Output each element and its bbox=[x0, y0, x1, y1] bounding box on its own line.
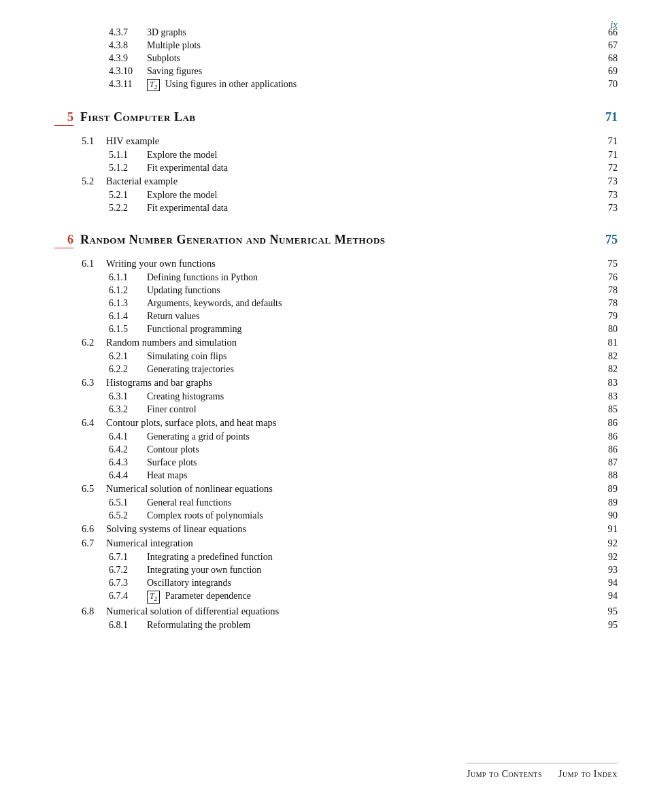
subsection-title: Generating a grid of points bbox=[147, 431, 601, 442]
subsection-entry-6-4-1: 6.4.1Generating a grid of points86 bbox=[54, 431, 618, 442]
section-entry-6-2: 6.2Random numbers and simulation81 bbox=[54, 337, 618, 348]
subsection-entry-6-3-1: 6.3.1Creating histograms83 bbox=[54, 391, 618, 402]
subsection-page: 78 bbox=[608, 285, 618, 296]
subsection-number: 6.1.1 bbox=[109, 272, 147, 283]
subsection-title: Generating trajectories bbox=[147, 364, 601, 375]
section-title: Solving systems of linear equations bbox=[106, 523, 601, 535]
subsection-title: Surface plots bbox=[147, 457, 601, 468]
subsection-title: Updating functions bbox=[147, 285, 601, 296]
section-title: Contour plots, surface plots, and heat m… bbox=[106, 417, 601, 429]
subsection-page: 90 bbox=[608, 510, 618, 521]
subsection-entry-6-4-4: 6.4.4Heat maps88 bbox=[54, 470, 618, 481]
section-entry-6-3: 6.3Histograms and bar graphs83 bbox=[54, 377, 618, 389]
jump-to-contents-link[interactable]: Jump to Contents bbox=[467, 769, 542, 780]
subsection-page: 85 bbox=[608, 404, 618, 415]
subsection-page: 94 bbox=[608, 578, 618, 589]
section-number: 6.5 bbox=[82, 483, 106, 495]
section-number: 6.6 bbox=[82, 523, 106, 535]
chapter-entry: 6Random Number Generation and Numerical … bbox=[54, 233, 618, 248]
section-page: 83 bbox=[608, 377, 618, 389]
section-number: 6.1 bbox=[82, 258, 106, 269]
section-page: 67 bbox=[608, 40, 618, 51]
page-number: ix bbox=[610, 19, 618, 31]
subsection-number: 5.2.2 bbox=[109, 203, 147, 214]
section-entry-6-6: 6.6Solving systems of linear equations91 bbox=[54, 523, 618, 535]
subsection-page: 94 bbox=[608, 591, 618, 602]
subsection-entry-6-1-1: 6.1.1Defining functions in Python76 bbox=[54, 272, 618, 283]
chapter-page: 75 bbox=[605, 233, 618, 247]
subsection-title: Fit experimental data bbox=[147, 203, 601, 214]
subsection-entry-6-5-1: 6.5.1General real functions89 bbox=[54, 497, 618, 508]
section-entry-5-1: 5.1HIV example71 bbox=[54, 135, 618, 147]
subsection-entry-6-4-2: 6.4.2Contour plots86 bbox=[54, 444, 618, 455]
section-title: 3D graphs bbox=[147, 27, 601, 38]
subsection-title: Explore the model bbox=[147, 150, 601, 161]
subsection-number: 5.1.1 bbox=[109, 150, 147, 161]
subsection-entry-6-7-3: 6.7.3Oscillatory integrands94 bbox=[54, 578, 618, 589]
section-number: 4.3.7 bbox=[109, 27, 147, 38]
subsection-entry-5-2-1: 5.2.1Explore the model73 bbox=[54, 190, 618, 201]
subsection-title: Complex roots of polynomials bbox=[147, 510, 601, 521]
subsection-entry-6-4-3: 6.4.3Surface plots87 bbox=[54, 457, 618, 468]
subsection-entry-6-2-2: 6.2.2Generating trajectories82 bbox=[54, 364, 618, 375]
subsection-entry-6-1-3: 6.1.3Arguments, keywords, and defaults78 bbox=[54, 298, 618, 309]
section-entry-6-8: 6.8Numerical solution of differential eq… bbox=[54, 606, 618, 617]
subsection-title: Explore the model bbox=[147, 190, 601, 201]
subsection-title: T2 Parameter dependence bbox=[147, 591, 601, 603]
section-title: Subplots bbox=[147, 53, 601, 64]
t2-badge-icon: T2 bbox=[147, 79, 160, 91]
toc-entry-4-3-7: 4.3.73D graphs66 bbox=[54, 27, 618, 38]
subsection-page: 82 bbox=[608, 351, 618, 362]
section-entry-6-7: 6.7Numerical integration92 bbox=[54, 538, 618, 549]
subsection-number: 6.4.4 bbox=[109, 470, 147, 481]
subsection-page: 92 bbox=[608, 552, 618, 563]
section-number: 6.8 bbox=[82, 606, 106, 617]
subsection-entry-6-1-4: 6.1.4Return values79 bbox=[54, 311, 618, 322]
section-page: 70 bbox=[608, 79, 618, 90]
subsection-number: 6.2.1 bbox=[109, 351, 147, 362]
section-entry-5-2: 5.2Bacterial example73 bbox=[54, 176, 618, 187]
subsection-title: Creating histograms bbox=[147, 391, 601, 402]
subsection-page: 73 bbox=[608, 190, 618, 201]
subsection-title: Finer control bbox=[147, 404, 601, 415]
section-title: Multiple plots bbox=[147, 40, 601, 51]
chapter-entry: 5First Computer Lab71 bbox=[54, 110, 618, 126]
section-page: 75 bbox=[608, 258, 618, 269]
subsection-title: Reformulating the problem bbox=[147, 620, 601, 631]
section-title: Numerical solution of differential equat… bbox=[106, 606, 601, 617]
subsection-title: Heat maps bbox=[147, 470, 601, 481]
subsection-page: 73 bbox=[608, 203, 618, 214]
subsection-number: 6.2.2 bbox=[109, 364, 147, 375]
subsection-entry-6-1-2: 6.1.2Updating functions78 bbox=[54, 285, 618, 296]
subsection-page: 71 bbox=[608, 150, 618, 161]
subsection-page: 79 bbox=[608, 311, 618, 322]
section-number: 4.3.8 bbox=[109, 40, 147, 51]
chapter-title: First Computer Lab bbox=[80, 110, 594, 125]
section-page: 89 bbox=[608, 483, 618, 495]
section-page: 68 bbox=[608, 53, 618, 64]
subsection-page: 88 bbox=[608, 470, 618, 481]
toc-entry-4-3-11: 4.3.11T2 Using figures in other applicat… bbox=[54, 79, 618, 91]
subsection-page: 76 bbox=[608, 272, 618, 283]
subsection-number: 6.3.1 bbox=[109, 391, 147, 402]
section-title: Saving figures bbox=[147, 66, 601, 77]
chapter-title: Random Number Generation and Numerical M… bbox=[80, 233, 594, 247]
subsection-title: Defining functions in Python bbox=[147, 272, 601, 283]
subsection-number: 6.4.2 bbox=[109, 444, 147, 455]
subsection-entry-6-2-1: 6.2.1Simulating coin flips82 bbox=[54, 351, 618, 362]
section-number: 4.3.10 bbox=[109, 66, 147, 77]
subsection-entry-6-7-4: 6.7.4T2 Parameter dependence94 bbox=[54, 591, 618, 603]
section-entry-6-1: 6.1Writing your own functions75 bbox=[54, 258, 618, 269]
subsection-number: 6.1.2 bbox=[109, 285, 147, 296]
subsection-number: 6.7.3 bbox=[109, 578, 147, 589]
footer-navigation: Jump to Contents Jump to Index bbox=[467, 763, 618, 780]
jump-to-index-link[interactable]: Jump to Index bbox=[558, 769, 618, 780]
top-continuation-section: 4.3.73D graphs664.3.8Multiple plots674.3… bbox=[54, 27, 618, 91]
subsection-title: Arguments, keywords, and defaults bbox=[147, 298, 601, 309]
section-number: 5.1 bbox=[82, 135, 106, 147]
subsection-page: 86 bbox=[608, 444, 618, 455]
section-title: Random numbers and simulation bbox=[106, 337, 601, 348]
toc-entry-4-3-10: 4.3.10Saving figures69 bbox=[54, 66, 618, 77]
subsection-number: 6.3.2 bbox=[109, 404, 147, 415]
subsection-title: Functional programming bbox=[147, 324, 601, 335]
